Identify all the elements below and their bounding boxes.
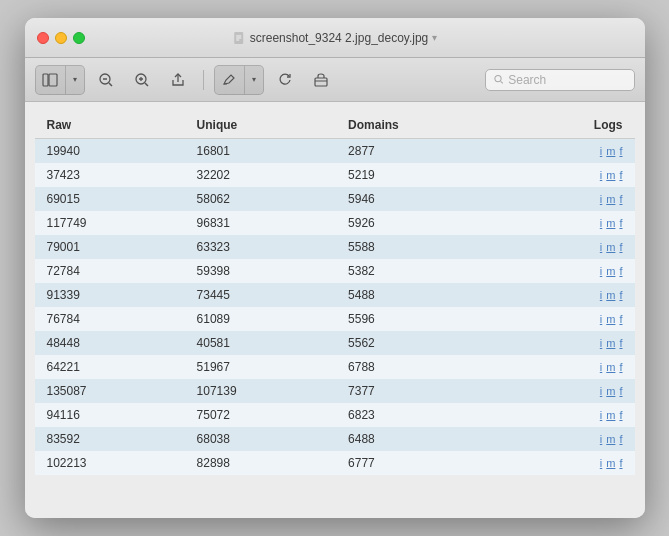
log-link-m[interactable]: m xyxy=(606,457,615,469)
col-header-logs: Logs xyxy=(511,112,634,139)
log-link-i[interactable]: i xyxy=(600,385,602,397)
cell-raw: 37423 xyxy=(35,163,185,187)
cell-raw: 48448 xyxy=(35,331,185,355)
log-link-m[interactable]: m xyxy=(606,313,615,325)
svg-rect-4 xyxy=(43,74,48,86)
log-link-i[interactable]: i xyxy=(600,433,602,445)
log-link-f[interactable]: f xyxy=(619,169,622,181)
table-row: 19940168012877imf xyxy=(35,139,635,164)
minimize-button[interactable] xyxy=(55,32,67,44)
annotate-button[interactable] xyxy=(215,66,245,94)
cell-raw: 69015 xyxy=(35,187,185,211)
zoom-in-button[interactable] xyxy=(127,66,157,94)
cell-raw: 102213 xyxy=(35,451,185,475)
toolbar: ▾ xyxy=(25,58,645,102)
window-title: screenshot_9324 2.jpg_decoy.jpg ▾ xyxy=(232,31,438,45)
toolbox-button[interactable] xyxy=(306,66,336,94)
cell-domains: 5219 xyxy=(336,163,511,187)
cell-unique: 68038 xyxy=(185,427,337,451)
cell-domains: 5488 xyxy=(336,283,511,307)
log-link-f[interactable]: f xyxy=(619,145,622,157)
log-link-f[interactable]: f xyxy=(619,193,622,205)
log-link-i[interactable]: i xyxy=(600,265,602,277)
log-link-m[interactable]: m xyxy=(606,385,615,397)
cell-logs: imf xyxy=(511,403,634,427)
cell-domains: 5946 xyxy=(336,187,511,211)
annotate-chevron-button[interactable]: ▾ xyxy=(245,66,263,94)
log-link-m[interactable]: m xyxy=(606,289,615,301)
log-link-f[interactable]: f xyxy=(619,313,622,325)
log-link-f[interactable]: f xyxy=(619,433,622,445)
cell-raw: 64221 xyxy=(35,355,185,379)
log-link-f[interactable]: f xyxy=(619,409,622,421)
cell-raw: 94116 xyxy=(35,403,185,427)
cell-unique: 32202 xyxy=(185,163,337,187)
log-link-m[interactable]: m xyxy=(606,265,615,277)
log-link-i[interactable]: i xyxy=(600,169,602,181)
log-link-m[interactable]: m xyxy=(606,433,615,445)
titlebar: screenshot_9324 2.jpg_decoy.jpg ▾ xyxy=(25,18,645,58)
log-link-m[interactable]: m xyxy=(606,217,615,229)
log-link-i[interactable]: i xyxy=(600,193,602,205)
table-row: 102213828986777imf xyxy=(35,451,635,475)
log-link-m[interactable]: m xyxy=(606,337,615,349)
log-link-f[interactable]: f xyxy=(619,217,622,229)
close-button[interactable] xyxy=(37,32,49,44)
log-link-i[interactable]: i xyxy=(600,217,602,229)
table-row: 83592680386488imf xyxy=(35,427,635,451)
log-link-i[interactable]: i xyxy=(600,457,602,469)
log-link-m[interactable]: m xyxy=(606,145,615,157)
cell-logs: imf xyxy=(511,163,634,187)
log-link-f[interactable]: f xyxy=(619,337,622,349)
sidebar-chevron-button[interactable]: ▾ xyxy=(66,66,84,94)
zoom-in-icon xyxy=(134,72,150,88)
table-row: 117749968315926imf xyxy=(35,211,635,235)
cell-unique: 58062 xyxy=(185,187,337,211)
log-link-i[interactable]: i xyxy=(600,241,602,253)
log-link-f[interactable]: f xyxy=(619,289,622,301)
table-row: 64221519676788imf xyxy=(35,355,635,379)
log-link-m[interactable]: m xyxy=(606,409,615,421)
cell-raw: 135087 xyxy=(35,379,185,403)
cell-domains: 5588 xyxy=(336,235,511,259)
log-link-f[interactable]: f xyxy=(619,241,622,253)
sidebar-toggle-button[interactable] xyxy=(36,66,66,94)
log-link-f[interactable]: f xyxy=(619,265,622,277)
table-row: 48448405815562imf xyxy=(35,331,635,355)
col-header-domains: Domains xyxy=(336,112,511,139)
zoom-out-button[interactable] xyxy=(91,66,121,94)
cell-logs: imf xyxy=(511,307,634,331)
log-link-i[interactable]: i xyxy=(600,409,602,421)
zoom-out-icon xyxy=(98,72,114,88)
content-area: Raw Unique Domains Logs 19940168012877im… xyxy=(25,102,645,518)
log-link-f[interactable]: f xyxy=(619,361,622,373)
cell-domains: 6823 xyxy=(336,403,511,427)
maximize-button[interactable] xyxy=(73,32,85,44)
log-link-m[interactable]: m xyxy=(606,241,615,253)
log-link-m[interactable]: m xyxy=(606,193,615,205)
log-link-m[interactable]: m xyxy=(606,169,615,181)
log-link-i[interactable]: i xyxy=(600,361,602,373)
cell-unique: 107139 xyxy=(185,379,337,403)
title-chevron: ▾ xyxy=(432,32,437,43)
share-icon xyxy=(170,72,186,88)
log-link-i[interactable]: i xyxy=(600,145,602,157)
rotate-button[interactable] xyxy=(270,66,300,94)
svg-line-12 xyxy=(145,83,148,86)
log-link-i[interactable]: i xyxy=(600,313,602,325)
share-button[interactable] xyxy=(163,66,193,94)
col-header-unique: Unique xyxy=(185,112,337,139)
chevron-down-icon: ▾ xyxy=(73,75,77,84)
cell-logs: imf xyxy=(511,379,634,403)
cell-unique: 59398 xyxy=(185,259,337,283)
log-link-i[interactable]: i xyxy=(600,337,602,349)
search-input[interactable] xyxy=(508,73,625,87)
log-link-i[interactable]: i xyxy=(600,289,602,301)
cell-logs: imf xyxy=(511,427,634,451)
log-link-f[interactable]: f xyxy=(619,385,622,397)
log-link-f[interactable]: f xyxy=(619,457,622,469)
cell-unique: 51967 xyxy=(185,355,337,379)
log-link-m[interactable]: m xyxy=(606,361,615,373)
svg-line-8 xyxy=(109,83,112,86)
table-row: 1350871071397377imf xyxy=(35,379,635,403)
